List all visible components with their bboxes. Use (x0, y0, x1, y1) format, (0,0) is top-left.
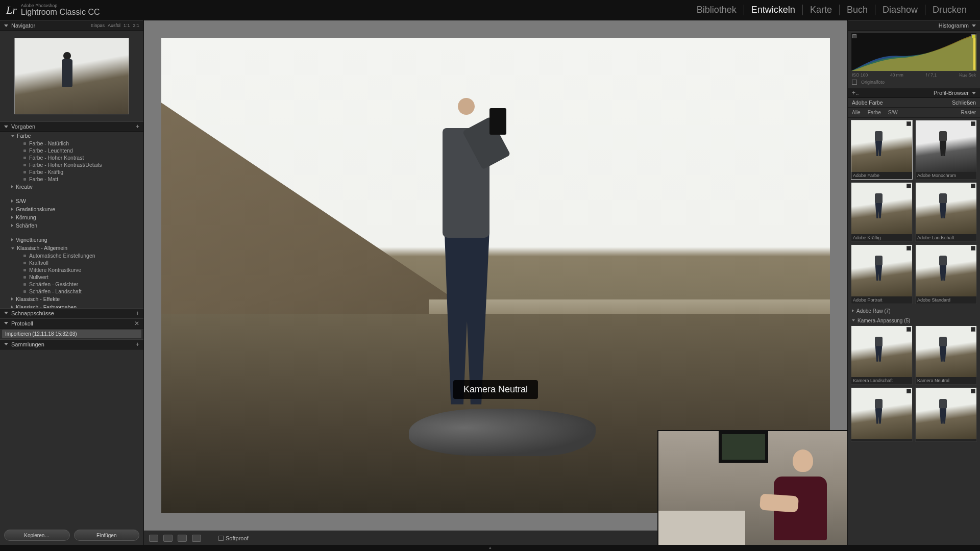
profile-tile[interactable]: Adobe Monochrom (915, 120, 977, 180)
chevron-down-icon (4, 24, 8, 27)
snapshots-header[interactable]: Schnappschüsse + (0, 308, 143, 318)
module-tab-karte[interactable]: Karte (803, 5, 840, 15)
profile-group-header[interactable]: Adobe Raw (7) (851, 306, 977, 316)
close-profile-browser-button[interactable]: Schließen (952, 99, 976, 106)
preset-item[interactable]: Farbe - Kräftig (0, 168, 143, 176)
zoom-level[interactable]: 1:1 (124, 23, 130, 28)
history-header[interactable]: Protokoll ✕ (0, 318, 143, 329)
histogram-title: Histogramm (939, 22, 969, 29)
profile-group-label: Adobe Raw (7) (856, 308, 891, 314)
add-preset-button[interactable]: + (136, 123, 139, 130)
view-mode-split-icon[interactable] (192, 535, 201, 542)
navigator-thumbnail[interactable] (14, 38, 129, 114)
preset-group[interactable]: Schärfen (0, 221, 143, 230)
favorite-icon[interactable] (906, 327, 911, 332)
filmstrip-grip[interactable]: ▴ (0, 545, 980, 551)
preset-item[interactable]: Farbe - Natürlich (0, 140, 143, 147)
preset-group[interactable]: Gradationskurve (0, 205, 143, 213)
preset-group[interactable]: Klassisch - Farbvorgaben (0, 303, 143, 308)
zoom-level[interactable]: Ausfül (108, 23, 120, 28)
preset-item[interactable]: Kraftvoll (0, 259, 143, 266)
add-snapshot-button[interactable]: + (136, 310, 139, 317)
favorite-icon[interactable] (971, 121, 975, 126)
profile-toast: Kamera Neutral (453, 380, 538, 399)
profile-tile[interactable]: Kamera Neutral (915, 325, 977, 385)
preset-item[interactable]: Farbe - Hoher Kontrast/Details (0, 161, 143, 168)
history-entry[interactable]: Importieren (12.11.18 15:32:03) (2, 330, 141, 338)
clear-history-button[interactable]: ✕ (134, 320, 139, 327)
profile-filter[interactable]: Farbe (868, 110, 881, 115)
preset-group[interactable]: Farbe (0, 132, 143, 140)
favorite-icon[interactable] (971, 246, 975, 251)
profile-group-header[interactable]: Kamera-Anpassung (5) (851, 316, 977, 325)
preset-item[interactable]: Schärfen - Gesichter (0, 281, 143, 288)
module-tab-diashow[interactable]: Diashow (875, 5, 925, 15)
preset-item[interactable]: Mittlere Kontrastkurve (0, 266, 143, 273)
zoom-level[interactable]: 3:1 (133, 23, 139, 28)
exposure-info: ¹⁄₆₄₀ Sek (959, 72, 976, 78)
add-profile-button[interactable]: +.. (852, 89, 859, 96)
favorite-icon[interactable] (906, 121, 911, 126)
module-tab-drucken[interactable]: Drucken (925, 5, 974, 15)
profile-label: Adobe Monochrom (916, 172, 976, 179)
softproof-toggle[interactable]: Softproof (218, 535, 249, 541)
profile-label: Adobe Farbe (851, 172, 912, 179)
copy-settings-button[interactable]: Kopieren… (4, 530, 70, 541)
navigator-header[interactable]: Navigator EinpasAusfül1:13:1 (0, 20, 143, 31)
presets-header[interactable]: Vorgaben + (0, 121, 143, 132)
checkbox-icon (852, 80, 857, 85)
profile-tile[interactable]: Adobe Standard (915, 244, 977, 304)
favorite-icon[interactable] (971, 389, 975, 393)
preset-group[interactable]: S/W (0, 197, 143, 205)
module-tab-entwickeln[interactable]: Entwickeln (744, 5, 803, 15)
profile-label: Kamera Landschaft (851, 377, 912, 384)
profile-tile[interactable] (851, 387, 913, 442)
module-tab-buch[interactable]: Buch (840, 5, 875, 15)
view-mode-before-after-lr-icon[interactable] (163, 535, 173, 542)
favorite-icon[interactable] (971, 184, 975, 188)
profile-browser-header[interactable]: +.. Profil-Browser (848, 88, 980, 98)
preset-item[interactable]: Farbe - Hoher Kontrast (0, 154, 143, 161)
preset-group[interactable]: Kreativ (0, 183, 143, 191)
favorite-icon[interactable] (906, 389, 911, 393)
profile-label: Adobe Kräftig (851, 234, 912, 241)
app-logo: Lr Adobe Photoshop Lightroom Classic CC (6, 4, 100, 17)
paste-settings-button[interactable]: Einfügen (74, 530, 140, 541)
highlight-clip-icon[interactable] (971, 34, 975, 38)
profile-tile[interactable]: Adobe Landschaft (915, 182, 977, 242)
histogram-header[interactable]: Histogramm (848, 20, 980, 31)
preset-item[interactable]: Automatische Einstellungen (0, 252, 143, 259)
preset-group[interactable]: Klassisch - Allgemein (0, 244, 143, 252)
preset-item[interactable]: Farbe - Leuchtend (0, 147, 143, 154)
chevron-down-icon (972, 24, 976, 27)
preset-group[interactable]: Körnung (0, 213, 143, 221)
view-mode-loupe-icon[interactable] (149, 535, 158, 542)
profile-tile[interactable]: Kamera Landschaft (851, 325, 913, 385)
view-mode-before-after-tb-icon[interactable] (178, 535, 187, 542)
add-collection-button[interactable]: + (136, 341, 139, 348)
current-profile-label: Adobe Farbe (852, 99, 883, 106)
favorite-icon[interactable] (906, 246, 911, 251)
preset-group[interactable]: Klassisch - Effekte (0, 295, 143, 303)
profile-view-mode[interactable]: Raster (961, 110, 976, 115)
profile-tile[interactable]: Adobe Portrait (851, 244, 913, 304)
histogram-display[interactable] (851, 33, 977, 71)
shadow-clip-icon[interactable] (852, 34, 856, 38)
module-tab-bibliothek[interactable]: Bibliothek (690, 5, 744, 15)
favorite-icon[interactable] (906, 184, 911, 188)
preset-item[interactable]: Farbe - Matt (0, 176, 143, 183)
exposure-info: ISO 100 (852, 72, 868, 78)
profile-filter[interactable]: Alle (852, 110, 861, 115)
profile-tile[interactable] (915, 387, 977, 442)
profile-tile[interactable]: Adobe Farbe (851, 120, 913, 180)
preset-item[interactable]: Nullwert (0, 273, 143, 281)
favorite-icon[interactable] (971, 327, 975, 332)
preset-group[interactable]: Vignettierung (0, 236, 143, 244)
zoom-level[interactable]: Einpas (90, 23, 105, 28)
profile-tile[interactable]: Adobe Kräftig (851, 182, 913, 242)
webcam-overlay (657, 430, 847, 545)
collections-header[interactable]: Sammlungen + (0, 339, 143, 349)
original-photo-toggle[interactable]: Originalfoto (848, 79, 980, 88)
profile-filter[interactable]: S/W (888, 110, 898, 115)
preset-item[interactable]: Schärfen - Landschaft (0, 288, 143, 295)
